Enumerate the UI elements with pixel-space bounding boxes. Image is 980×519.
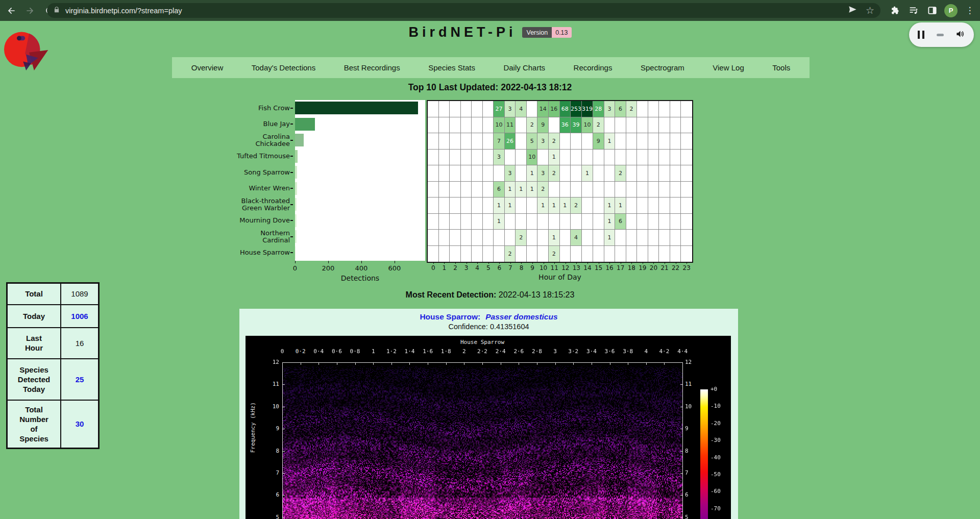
stats-value[interactable]: 30 [61,400,99,449]
stats-value[interactable]: 1006 [61,305,99,328]
back-icon[interactable] [5,5,17,17]
hour-tick-label: 15 [595,264,602,271]
heatmap-cell: 2 [549,246,560,262]
audio-player[interactable] [909,22,974,47]
species-label: Carolina Chickadee [174,132,290,149]
extensions-icon[interactable] [889,5,901,17]
heatmap-cell [439,101,450,117]
hour-tick-label: 1 [443,264,447,271]
nav-item-best-recordings[interactable]: Best Recordings [344,63,400,72]
heatmap-cell [582,133,593,150]
heatmap-cell [428,150,439,166]
heatmap-cell [527,101,538,117]
bookmark-star-icon[interactable]: ☆ [866,6,874,15]
side-panel-icon[interactable] [926,5,938,17]
heatmap-cell [483,150,494,166]
seek-dash[interactable] [937,34,944,36]
heatmap-cell: 10 [582,117,593,134]
heatmap-cell [461,246,472,262]
heatmap-cell: 1 [549,230,560,246]
heatmap-cell [450,197,461,214]
heatmap-cell [615,246,626,262]
species-label: Fish Crow [174,100,290,116]
freq-tick-right [680,451,682,452]
heatmap-cell [549,117,560,134]
species-label: Song Sparrow [174,164,290,181]
url-bar[interactable]: virginia.birdnetpi.com/?stream=play ☆ [47,3,880,18]
profile-avatar[interactable]: P [944,4,958,17]
menu-dots-icon[interactable]: ⋮ [964,5,976,17]
media-controls-icon[interactable] [908,5,920,17]
pause-icon[interactable] [918,31,924,39]
hour-axis-tick [609,262,610,264]
nav-item-today-s-detections[interactable]: Today's Detections [252,63,315,72]
heatmap-cell [439,246,450,262]
heatmap-cell [571,214,582,230]
time-tick [337,363,337,365]
hour-tick-label: 0 [431,264,435,271]
freq-tick-right [680,517,682,518]
nav-item-overview[interactable]: Overview [191,63,224,72]
bar-axis-tick-label: 600 [388,264,401,272]
time-tick [355,363,356,365]
freq-tick-label: 6 [260,491,279,498]
time-tick [610,363,610,365]
heatmap-cell [626,165,638,182]
freq-tick-label: 8 [260,448,279,454]
heatmap-cell [615,117,626,134]
heatmap-cell: 6 [615,214,626,230]
heatmap-cell: 1 [527,182,538,198]
heatmap-cell: 2 [527,117,538,134]
heatmap-cell: 1 [537,197,549,214]
heatmap-cell: 1 [604,214,616,230]
freq-tick-right [680,429,682,429]
heatmap-cell [516,133,527,150]
heatmap-cell [428,197,439,214]
volume-icon[interactable] [955,29,965,41]
stats-value[interactable]: 25 [61,359,99,400]
freq-tick-right [680,473,682,474]
time-tick-label: 0·8 [350,348,360,355]
heatmap-cell [681,182,692,198]
heatmap-cell [659,197,670,214]
heatmap-cell: 1 [549,150,560,166]
heatmap-cell: 10 [494,117,505,134]
hour-axis-tick [665,262,665,264]
nav-bar: OverviewToday's DetectionsBest Recording… [172,57,810,78]
heatmap-cell [648,246,659,262]
heatmap-cell: 1 [516,182,527,198]
heatmap-cell: 9 [593,133,604,150]
heatmap-cell [659,101,670,117]
send-icon[interactable] [848,5,857,16]
heatmap-cell [472,214,483,230]
heatmap-cell [439,133,450,150]
nav-item-species-stats[interactable]: Species Stats [428,63,475,72]
nav-item-recordings[interactable]: Recordings [574,63,612,72]
detection-common-name[interactable]: House Sparrow: [420,312,480,321]
bar-axis-tick-label: 200 [322,264,335,272]
forward-icon[interactable] [24,5,36,17]
heatmap-cell: 2 [549,165,560,182]
heatmap-cell [604,182,616,198]
time-tick [628,363,628,365]
hour-tick-label: 11 [551,264,558,271]
freq-tick-label: 7 [260,469,279,476]
heatmap-cell [537,230,549,246]
version-badge: Version 0.13 [522,27,571,38]
stats-row: Species Detected Today25 [7,359,99,400]
nav-item-tools[interactable]: Tools [772,63,790,72]
heatmap-cell: 1 [527,165,538,182]
species-axis-tick [290,204,293,205]
freq-tick [283,517,285,518]
heatmap-cell [461,214,472,230]
nav-item-view-log[interactable]: View Log [713,63,744,72]
heatmap-cell [516,214,527,230]
url-text[interactable]: virginia.birdnetpi.com/?stream=play [65,7,182,15]
nav-item-daily-charts[interactable]: Daily Charts [503,63,545,72]
nav-item-spectrogram[interactable]: Spectrogram [641,63,684,72]
heatmap-cell [659,165,670,182]
heatmap-cell [648,165,659,182]
hour-tick-label: 2 [453,264,457,271]
hour-tick-label: 8 [520,264,524,271]
spectrogram-image [282,363,682,519]
